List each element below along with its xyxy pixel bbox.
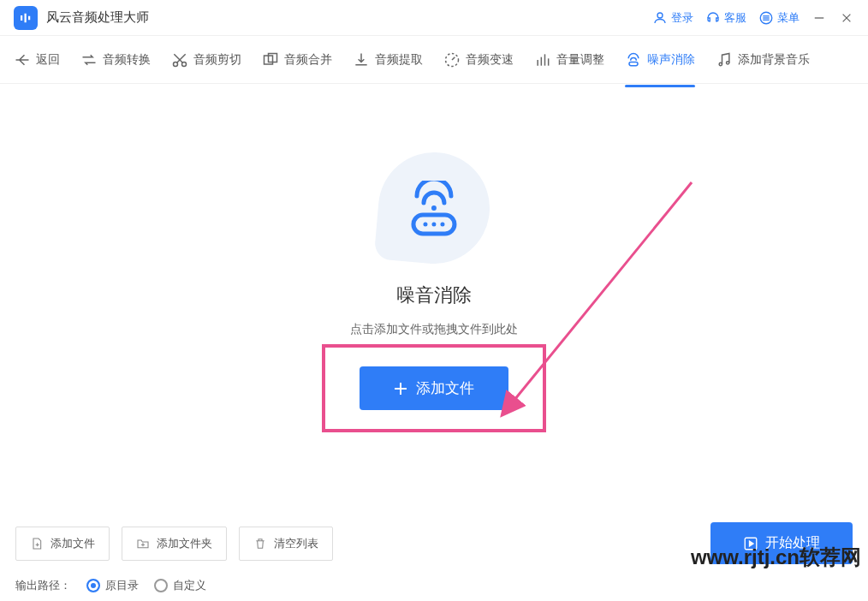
tab-audio-merge[interactable]: 音频合并 [262, 46, 332, 74]
output-path-label: 输出路径： [15, 578, 71, 593]
btn-label: 添加文件 [51, 536, 95, 551]
minimize-button[interactable] [812, 10, 827, 26]
tab-audio-convert[interactable]: 音频转换 [80, 46, 151, 74]
radio-custom-dir[interactable]: 自定义 [154, 578, 206, 593]
app-title: 风云音频处理大师 [46, 9, 149, 26]
page-title: 噪音消除 [396, 283, 472, 308]
tab-label: 音频转换 [103, 52, 151, 68]
login-button[interactable]: 登录 [652, 10, 693, 26]
radio-icon [154, 579, 168, 592]
svg-point-23 [431, 205, 437, 211]
highlight-box: 添加文件 [322, 344, 546, 432]
radio-icon [86, 579, 100, 592]
plus-icon [394, 382, 407, 396]
svg-point-22 [727, 61, 729, 63]
radio-label: 原目录 [105, 578, 139, 593]
tab-label: 音频提取 [375, 52, 423, 68]
add-folder-button[interactable]: 添加文件夹 [122, 527, 227, 561]
tab-label: 音频变速 [466, 52, 514, 68]
add-file-label: 添加文件 [416, 378, 474, 398]
clear-list-button[interactable]: 清空列表 [239, 527, 333, 561]
menu-label: 菜单 [777, 10, 800, 26]
hero-icon [374, 148, 495, 269]
support-button[interactable]: 客服 [705, 10, 746, 26]
tab-label: 音频剪切 [193, 52, 241, 68]
tab-audio-cut[interactable]: 音频剪切 [171, 46, 241, 74]
folder-add-icon [136, 537, 150, 550]
app-logo-icon [14, 6, 38, 30]
svg-rect-0 [21, 15, 22, 21]
tab-audio-extract[interactable]: 音频提取 [353, 46, 423, 74]
radio-original-dir[interactable]: 原目录 [86, 578, 139, 593]
btn-label: 添加文件夹 [157, 536, 212, 551]
tab-volume-adjust[interactable]: 音量调整 [534, 46, 604, 74]
svg-rect-20 [629, 62, 638, 65]
tab-label: 音量调整 [556, 52, 604, 68]
tab-label: 音频合并 [284, 52, 332, 68]
page-subtitle: 点击添加文件或拖拽文件到此处 [350, 322, 518, 337]
add-file-main-button[interactable]: 添加文件 [360, 366, 508, 410]
svg-rect-2 [28, 15, 30, 20]
radio-label: 自定义 [173, 578, 206, 593]
menu-button[interactable]: 菜单 [758, 10, 800, 26]
watermark-text: www.rjtj.cn软荐网 [691, 544, 861, 571]
tab-noise-removal[interactable]: 噪声消除 [625, 46, 695, 74]
svg-point-21 [719, 62, 722, 65]
add-file-button[interactable]: 添加文件 [15, 527, 110, 561]
file-add-icon [30, 537, 44, 550]
back-button[interactable]: 返回 [14, 46, 60, 74]
back-label: 返回 [36, 52, 60, 68]
btn-label: 清空列表 [274, 536, 318, 551]
tab-label: 噪声消除 [647, 52, 695, 68]
tab-bg-music[interactable]: 添加背景音乐 [716, 46, 810, 74]
titlebar: 风云音频处理大师 登录 客服 菜单 [0, 0, 868, 36]
trash-icon [253, 537, 267, 550]
svg-point-3 [657, 13, 663, 18]
svg-point-26 [432, 222, 437, 226]
login-label: 登录 [671, 10, 693, 26]
svg-rect-1 [25, 13, 27, 22]
svg-point-27 [441, 222, 445, 226]
toolbar: 返回 音频转换 音频剪切 音频合并 音频提取 音频变速 音量调整 噪声消除 添加… [0, 36, 868, 84]
main-area: 噪音消除 点击添加文件或拖拽文件到此处 添加文件 [0, 84, 868, 522]
close-button[interactable] [839, 10, 854, 26]
svg-point-25 [424, 222, 428, 226]
tab-label: 添加背景音乐 [738, 52, 810, 68]
tab-audio-speed[interactable]: 音频变速 [443, 46, 514, 74]
support-label: 客服 [724, 10, 746, 26]
